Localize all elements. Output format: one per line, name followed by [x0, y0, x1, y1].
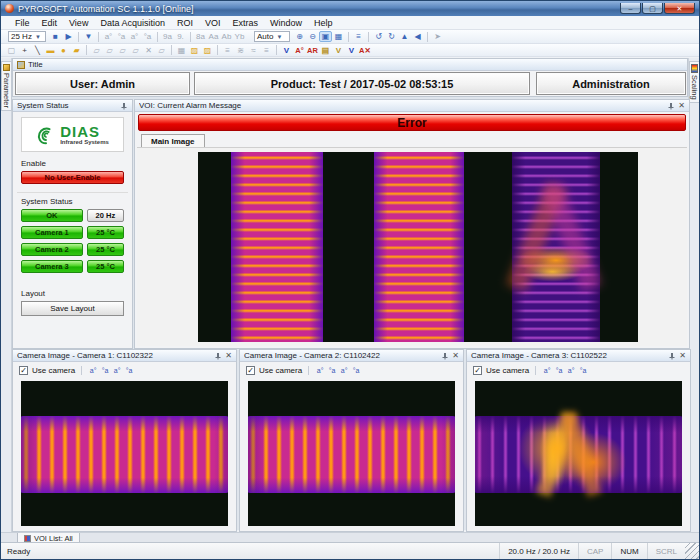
panel-close-icon[interactable]: ✕	[679, 352, 686, 360]
draw-rectangle-icon[interactable]: ▬	[44, 45, 57, 56]
title-bar[interactable]: PYROSOFT Automation SC 1.1.1.0 [Online] …	[1, 1, 699, 16]
acquire-start-icon[interactable]: a°	[102, 31, 115, 42]
roi-palette-icon[interactable]: ▤	[319, 45, 332, 56]
align-center-icon[interactable]: ≋	[234, 45, 247, 56]
duplicate-roi-icon[interactable]: ▱	[129, 45, 142, 56]
camera-2-image-canvas[interactable]	[248, 381, 455, 526]
system-ok-indicator[interactable]: OK	[21, 209, 83, 222]
draw-ellipse-icon[interactable]: ●	[57, 45, 70, 56]
move-roi-icon[interactable]: ▱	[103, 45, 116, 56]
use-camera-checkbox[interactable]: ✓	[19, 366, 28, 375]
camera-3-status-indicator[interactable]: Camera 3	[21, 260, 83, 273]
camera-3-panel-header[interactable]: Camera Image - Camera 3: C1102522 ✕	[467, 350, 690, 362]
record-stop-icon[interactable]: °a	[141, 31, 154, 42]
panel-close-icon[interactable]: ✕	[225, 352, 232, 360]
frequency-combo[interactable]: 25 Hz ▼	[8, 31, 46, 42]
menu-window[interactable]: Window	[264, 17, 308, 29]
title-panel-header[interactable]: Title	[13, 59, 687, 71]
menu-extras[interactable]: Extras	[226, 17, 264, 29]
menu-view[interactable]: View	[63, 17, 94, 29]
camera-3-image-canvas[interactable]	[475, 381, 682, 526]
user-enable-status-button[interactable]: No User-Enable	[21, 171, 124, 184]
voi-edit-icon[interactable]: V	[332, 45, 345, 56]
camera-1-temperature-indicator[interactable]: 25 °C	[87, 226, 124, 239]
resize-grip[interactable]	[685, 543, 699, 559]
voi-list-icon[interactable]: V	[345, 45, 358, 56]
camera-alarm-low-icon[interactable]: a°	[542, 365, 552, 376]
main-image-canvas[interactable]	[198, 152, 638, 342]
camera-focus-near-icon[interactable]: a°	[112, 365, 122, 376]
pin-icon[interactable]	[441, 352, 449, 360]
camera-alarm-low-icon[interactable]: a°	[88, 365, 98, 376]
system-status-panel-header[interactable]: System Status	[13, 100, 132, 112]
grid-icon[interactable]: ▦	[175, 45, 188, 56]
scaling-mode-combo[interactable]: Auto ▼	[254, 31, 290, 42]
pin-icon[interactable]	[120, 102, 128, 110]
camera-2-temperature-indicator[interactable]: 25 °C	[87, 243, 124, 256]
panel-close-icon[interactable]: ✕	[678, 102, 685, 110]
reference-a-icon[interactable]: Aa	[207, 31, 220, 42]
filter-icon[interactable]: ▼	[82, 31, 95, 42]
export-roi-icon[interactable]: ▨	[188, 45, 201, 56]
roi-reference-icon[interactable]: AR	[306, 45, 319, 56]
pin-icon[interactable]	[667, 102, 675, 110]
camera-2-panel-header[interactable]: Camera Image - Camera 2: C1102422 ✕	[240, 350, 463, 362]
roi-delete-all-icon[interactable]: A✕	[358, 45, 372, 56]
record-start-icon[interactable]: a°	[128, 31, 141, 42]
maximize-button[interactable]: ▢	[642, 3, 663, 14]
play-icon[interactable]: ▶	[62, 31, 75, 42]
menu-edit[interactable]: Edit	[36, 17, 64, 29]
draw-line-icon[interactable]: ╲	[31, 45, 44, 56]
camera-1-panel-header[interactable]: Camera Image - Camera 1: C1102322 ✕	[13, 350, 236, 362]
save-layout-button[interactable]: Save Layout	[21, 301, 124, 316]
paste-roi-icon[interactable]: ▱	[155, 45, 168, 56]
menu-roi[interactable]: ROI	[171, 17, 199, 29]
camera-focus-near-icon[interactable]: a°	[339, 365, 349, 376]
camera-3-temperature-indicator[interactable]: 25 °C	[87, 260, 124, 273]
delete-roi-icon[interactable]: ✕	[142, 45, 155, 56]
import-roi-icon[interactable]: ▨	[201, 45, 214, 56]
snapshot-icon[interactable]: 9a	[161, 31, 174, 42]
copy-roi-icon[interactable]: ▱	[90, 45, 103, 56]
scaling-side-tab[interactable]: Scaling	[689, 61, 700, 103]
main-image-tab[interactable]: Main Image	[141, 134, 205, 147]
frame-rate-indicator[interactable]: 20 Hz	[87, 209, 124, 222]
voi-check-icon[interactable]: V	[280, 45, 293, 56]
camera-alarm-high-icon[interactable]: °a	[100, 365, 110, 376]
draw-polygon-icon[interactable]: ▰	[70, 45, 83, 56]
menu-file[interactable]: File	[9, 17, 36, 29]
reference-y-icon[interactable]: Yb	[233, 31, 246, 42]
flip-horizontal-icon[interactable]: ▲	[398, 31, 411, 42]
camera-alarm-high-icon[interactable]: °a	[554, 365, 564, 376]
acquire-stop-icon[interactable]: °a	[115, 31, 128, 42]
snapshot-save-icon[interactable]: 9.	[174, 31, 187, 42]
minimize-button[interactable]: –	[620, 3, 641, 14]
resize-roi-icon[interactable]: ▱	[116, 45, 129, 56]
zoom-out-icon[interactable]: ⊖	[306, 31, 319, 42]
parameter-side-tab[interactable]: Parameter	[1, 61, 12, 111]
zoom-window-icon[interactable]: ▦	[332, 31, 345, 42]
camera-focus-near-icon[interactable]: a°	[566, 365, 576, 376]
use-camera-checkbox[interactable]: ✓	[246, 366, 255, 375]
close-button[interactable]: ✕	[664, 3, 695, 14]
administration-button[interactable]: Administration	[536, 72, 686, 95]
stop-icon[interactable]: ■	[49, 31, 62, 42]
roi-add-icon[interactable]: A°	[293, 45, 306, 56]
align-left-icon[interactable]: ≡	[221, 45, 234, 56]
voi-alarm-panel-header[interactable]: VOI: Current Alarm Message ✕	[135, 100, 689, 112]
menu-voi[interactable]: VOI	[199, 17, 227, 29]
user-button[interactable]: User: Admin	[15, 72, 190, 95]
zoom-fit-icon[interactable]: ▣	[319, 31, 332, 42]
product-button[interactable]: Product: Test / 2017-05-02 08:53:15	[194, 72, 530, 95]
camera-focus-far-icon[interactable]: °a	[124, 365, 134, 376]
pointer-icon[interactable]: ➤	[431, 31, 444, 42]
camera-1-status-indicator[interactable]: Camera 1	[21, 226, 83, 239]
menu-help[interactable]: Help	[308, 17, 339, 29]
rotate-right-icon[interactable]: ↻	[385, 31, 398, 42]
panel-close-icon[interactable]: ✕	[452, 352, 459, 360]
reference-b-icon[interactable]: Ab	[220, 31, 233, 42]
palette-icon[interactable]: ≡	[352, 31, 365, 42]
flip-vertical-icon[interactable]: ◀	[411, 31, 424, 42]
select-icon[interactable]: ▢	[5, 45, 18, 56]
camera-focus-far-icon[interactable]: °a	[351, 365, 361, 376]
